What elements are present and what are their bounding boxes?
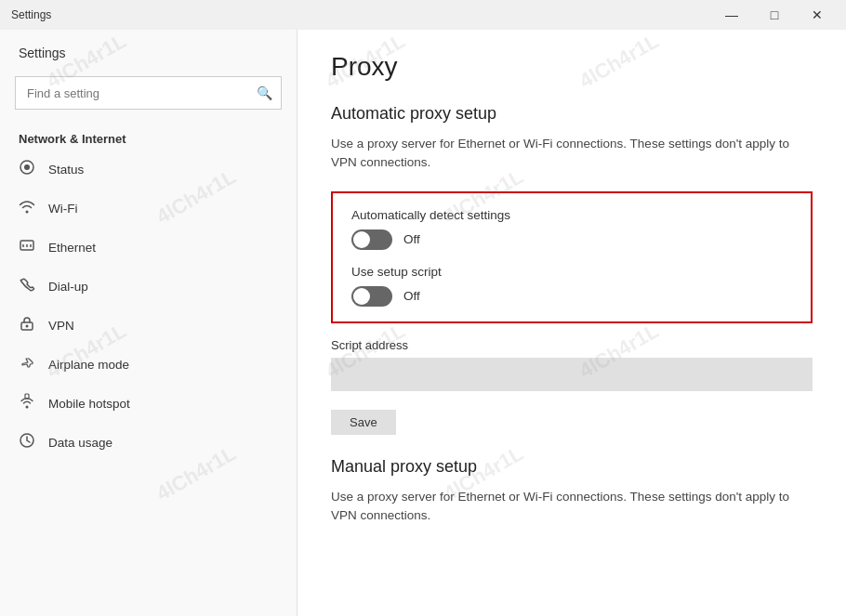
search-icon: 🔍 (257, 85, 272, 100)
page-title: Proxy (331, 52, 813, 82)
app-title: Settings (19, 46, 66, 60)
sidebar-header: Settings (0, 30, 297, 69)
close-button[interactable]: ✕ (796, 0, 839, 30)
titlebar-title: Settings (11, 8, 51, 21)
hotspot-icon (19, 393, 35, 413)
auto-detect-status: Off (403, 232, 420, 246)
auto-detect-row: Automatically detect settings Off (351, 208, 792, 250)
manual-section-title: Manual proxy setup (331, 457, 813, 477)
airplane-icon (19, 354, 35, 374)
window-controls: — □ ✕ (710, 0, 839, 30)
sidebar-label-datausage: Data usage (48, 436, 112, 450)
search-input[interactable] (15, 76, 282, 110)
app-body: Settings 🔍 Network & Internet Status Wi-… (0, 30, 846, 616)
datausage-icon (19, 432, 35, 452)
script-address-label: Script address (331, 338, 813, 352)
use-script-status: Off (403, 289, 420, 303)
sidebar-item-ethernet[interactable]: Ethernet (0, 228, 297, 267)
sidebar-item-datausage[interactable]: Data usage (0, 423, 297, 462)
sidebar-item-status[interactable]: Status (0, 150, 297, 189)
sidebar-item-vpn[interactable]: VPN (0, 306, 297, 345)
use-script-row: Use setup script Off (351, 265, 792, 307)
maximize-button[interactable]: □ (753, 0, 796, 30)
sidebar-label-status: Status (48, 163, 84, 177)
save-button[interactable]: Save (331, 410, 396, 435)
auto-detect-toggle[interactable] (351, 229, 392, 250)
sidebar-item-airplane[interactable]: Airplane mode (0, 345, 297, 384)
vpn-icon (19, 315, 35, 335)
highlight-box: Automatically detect settings Off Use se… (331, 191, 813, 323)
content-area: Proxy Automatic proxy setup Use a proxy … (297, 30, 846, 616)
use-script-label: Use setup script (351, 265, 792, 279)
svg-point-1 (24, 164, 30, 170)
status-icon (19, 159, 35, 179)
section-label: Network & Internet (0, 125, 297, 150)
minimize-button[interactable]: — (710, 0, 753, 30)
svg-point-7 (26, 325, 29, 328)
titlebar: Settings — □ ✕ (0, 0, 846, 30)
ethernet-icon (19, 237, 35, 257)
auto-detect-label: Automatically detect settings (351, 208, 792, 222)
wifi-icon (19, 198, 35, 218)
sidebar-label-hotspot: Mobile hotspot (48, 397, 130, 411)
sidebar: Settings 🔍 Network & Internet Status Wi-… (0, 30, 297, 616)
sidebar-item-hotspot[interactable]: Mobile hotspot (0, 384, 297, 423)
sidebar-label-vpn: VPN (48, 319, 74, 333)
script-address-group: Script address (331, 338, 813, 391)
sidebar-label-airplane: Airplane mode (48, 358, 129, 372)
auto-section-title: Automatic proxy setup (331, 104, 813, 124)
dialup-icon (19, 276, 35, 296)
use-script-control: Off (351, 286, 792, 307)
manual-section-description: Use a proxy server for Ethernet or Wi-Fi… (331, 488, 813, 526)
sidebar-item-wifi[interactable]: Wi-Fi (0, 189, 297, 228)
sidebar-label-ethernet: Ethernet (48, 241, 96, 255)
script-address-input[interactable] (331, 358, 813, 391)
auto-detect-control: Off (351, 229, 792, 250)
sidebar-label-wifi: Wi-Fi (48, 202, 77, 216)
auto-section-description: Use a proxy server for Ethernet or Wi-Fi… (331, 135, 813, 173)
search-container: 🔍 (15, 76, 282, 110)
sidebar-item-dialup[interactable]: Dial-up (0, 267, 297, 306)
use-script-toggle[interactable] (351, 286, 392, 307)
sidebar-label-dialup: Dial-up (48, 280, 88, 294)
